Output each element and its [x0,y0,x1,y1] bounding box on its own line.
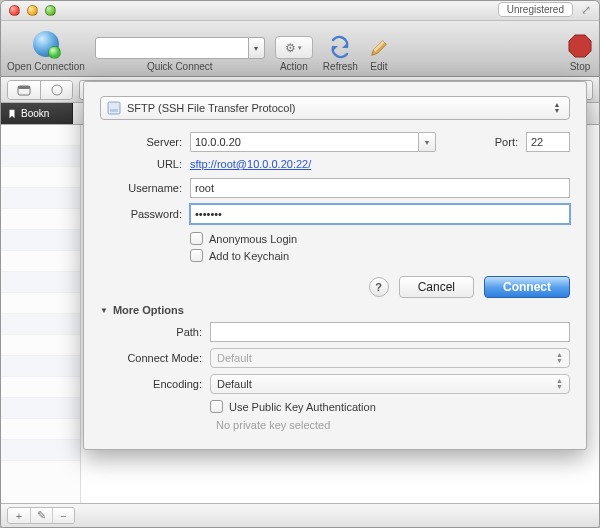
open-connection-button[interactable]: Open Connection [7,24,85,72]
traffic-lights [1,5,56,16]
url-link[interactable]: sftp://root@10.0.0.20:22/ [190,158,311,170]
checkbox-icon [190,232,203,245]
svg-rect-5 [110,109,118,112]
chevron-updown-icon: ▲▼ [551,102,563,114]
help-button[interactable]: ? [369,277,389,297]
quick-connect-dropdown[interactable]: ▾ [249,37,265,59]
refresh-label: Refresh [323,61,358,72]
pencil-icon [368,37,390,59]
no-private-key-label: No private key selected [216,419,570,431]
public-key-auth-checkbox[interactable]: Use Public Key Authentication [210,400,376,413]
bookmarks-tab-label: Bookn [21,108,49,119]
view-segmented-control [7,80,73,100]
sidebar [1,125,81,503]
chevron-down-icon: ▾ [298,44,302,52]
bookmark-actions: + ✎ − [7,507,75,524]
port-field[interactable] [526,132,570,152]
chevron-updown-icon: ▲▼ [556,378,563,390]
bookmarks-view-button[interactable] [8,81,40,99]
password-field[interactable] [190,204,570,224]
checkbox-icon [190,249,203,262]
more-options-disclosure[interactable]: ▼ More Options [100,304,570,316]
statusbar: + ✎ − [1,503,599,527]
protocol-label: SFTP (SSH File Transfer Protocol) [127,102,296,114]
server-history-dropdown[interactable]: ▾ [418,132,436,152]
zoom-window-button[interactable] [45,5,56,16]
svg-marker-0 [569,35,591,57]
close-window-button[interactable] [9,5,20,16]
stop-button[interactable]: Stop [567,24,593,72]
connect-mode-label: Connect Mode: [100,352,210,364]
stop-label: Stop [570,61,591,72]
toolbar: Open Connection ▾ Quick Connect ⚙ ▾ Acti… [1,21,599,77]
action-label: Action [280,61,308,72]
checkbox-icon [210,400,223,413]
encoding-value: Default [217,378,252,390]
registration-badge: Unregistered [498,2,573,17]
globe-icon [33,31,59,57]
username-field[interactable] [190,178,570,198]
action-button[interactable]: ⚙ ▾ Action [275,24,313,72]
protocol-dropdown[interactable]: SFTP (SSH File Transfer Protocol) ▲▼ [100,96,570,120]
path-label: Path: [100,326,210,338]
encoding-dropdown[interactable]: Default ▲▼ [210,374,570,394]
quick-connect-field[interactable] [95,37,249,59]
path-field[interactable] [210,322,570,342]
open-connection-label: Open Connection [7,61,85,72]
connect-mode-value: Default [217,352,252,364]
triangle-down-icon: ▼ [100,306,108,315]
disk-icon [107,101,121,115]
svg-rect-4 [108,102,120,114]
server-field[interactable] [190,132,418,152]
svg-point-3 [52,85,62,95]
refresh-button[interactable]: Refresh [323,24,358,72]
connect-button[interactable]: Connect [484,276,570,298]
encoding-label: Encoding: [100,378,210,390]
add-bookmark-button[interactable]: + [8,508,30,523]
quick-connect: ▾ Quick Connect [95,24,265,72]
refresh-icon [328,35,352,59]
cancel-button[interactable]: Cancel [399,276,474,298]
port-label: Port: [436,136,526,148]
gear-icon: ⚙ [285,41,296,55]
edit-label: Edit [370,61,387,72]
anonymous-login-label: Anonymous Login [209,233,297,245]
svg-rect-2 [18,86,30,89]
edit-button[interactable]: Edit [368,24,390,72]
remove-bookmark-button[interactable]: − [52,508,74,523]
password-label: Password: [100,208,190,220]
bookmark-icon [7,109,17,119]
chevron-updown-icon: ▲▼ [556,352,563,364]
stop-icon [567,33,593,59]
titlebar: Unregistered ⤢ [1,1,599,21]
public-key-auth-label: Use Public Key Authentication [229,401,376,413]
url-label: URL: [100,158,190,170]
more-options-label: More Options [113,304,184,316]
app-window: Unregistered ⤢ Open Connection ▾ Quick C… [0,0,600,528]
history-view-button[interactable] [40,81,72,99]
connect-mode-dropdown[interactable]: Default ▲▼ [210,348,570,368]
keychain-label: Add to Keychain [209,250,289,262]
fullscreen-icon[interactable]: ⤢ [581,4,593,16]
connection-dialog: SFTP (SSH File Transfer Protocol) ▲▼ Ser… [83,81,587,450]
minimize-window-button[interactable] [27,5,38,16]
anonymous-login-checkbox[interactable]: Anonymous Login [190,232,297,245]
username-label: Username: [100,182,190,194]
add-to-keychain-checkbox[interactable]: Add to Keychain [190,249,297,262]
bookmarks-tab[interactable]: Bookn [1,103,73,124]
server-label: Server: [100,136,190,148]
quick-connect-label: Quick Connect [147,61,213,72]
edit-bookmark-button[interactable]: ✎ [30,508,52,523]
